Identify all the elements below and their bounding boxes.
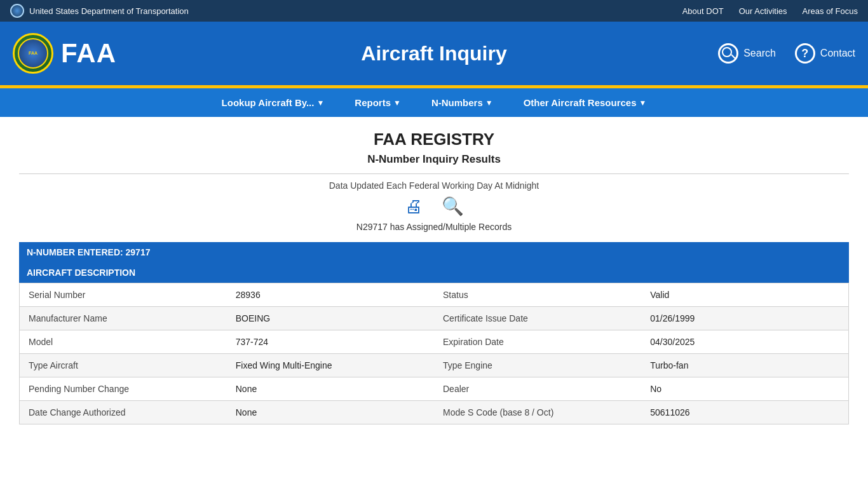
nav-lookup-label: Lookup Aircraft By... bbox=[222, 97, 315, 108]
faa-header: FAA FAA Aircraft Inquiry Search ? Contac… bbox=[0, 22, 868, 85]
field-value-4: 737-724 bbox=[227, 330, 434, 354]
faa-header-right: Search ? Contact bbox=[718, 43, 855, 64]
field-label-6: Type Aircraft bbox=[20, 354, 227, 377]
table-row: Type Aircraft Fixed Wing Multi-Engine Ty… bbox=[20, 354, 849, 377]
field-value-6: Fixed Wing Multi-Engine bbox=[227, 354, 434, 377]
about-dot-link[interactable]: About DOT bbox=[682, 6, 724, 16]
nav-other-resources[interactable]: Other Aircraft Resources ▼ bbox=[508, 88, 662, 117]
aircraft-description-header: AIRCRAFT DESCRIPTION bbox=[19, 262, 849, 283]
table-row: Date Change Authorized None Mode S Code … bbox=[20, 401, 849, 424]
contact-button[interactable]: ? Contact bbox=[795, 43, 855, 64]
field-label-4: Model bbox=[20, 330, 227, 354]
faa-header-title: Aircraft Inquiry bbox=[361, 42, 506, 65]
field-value-1: Valid bbox=[641, 283, 848, 307]
field-value-9: No bbox=[641, 377, 848, 401]
field-label-7: Type Engine bbox=[434, 354, 641, 377]
dot-seal bbox=[10, 4, 24, 18]
nnumber-section-header: N-NUMBER ENTERED: 29717 bbox=[19, 242, 849, 262]
nav-reports-label: Reports bbox=[355, 97, 391, 108]
nav-lookup-arrow: ▼ bbox=[316, 98, 324, 107]
search-results-icon[interactable]: 🔍 bbox=[442, 196, 464, 217]
field-label-1: Status bbox=[434, 283, 641, 307]
aircraft-data-table: Serial Number 28936 Status Valid Manufac… bbox=[19, 283, 849, 424]
faa-seal: FAA bbox=[13, 33, 53, 74]
areas-of-focus-link[interactable]: Areas of Focus bbox=[803, 6, 858, 16]
aircraft-description-label: AIRCRAFT DESCRIPTION bbox=[27, 268, 135, 278]
nav-nnumbers-arrow: ▼ bbox=[485, 98, 493, 107]
print-icon[interactable]: 🖨 bbox=[405, 196, 423, 217]
nnumber-entered-label: N-NUMBER ENTERED: 29717 bbox=[27, 247, 150, 257]
table-row: Manufacturer Name BOEING Certificate Iss… bbox=[20, 307, 849, 330]
search-circle bbox=[722, 47, 732, 57]
search-label: Search bbox=[743, 48, 776, 59]
title-divider bbox=[19, 173, 849, 174]
field-label-3: Certificate Issue Date bbox=[434, 307, 641, 330]
field-value-10: None bbox=[227, 401, 434, 424]
field-value-5: 04/30/2025 bbox=[641, 330, 848, 354]
dot-bar-links: About DOT Our Activities Areas of Focus bbox=[682, 6, 858, 16]
page-title: FAA REGISTRY bbox=[19, 130, 849, 149]
contact-label: Contact bbox=[820, 48, 855, 59]
field-label-11: Mode S Code (base 8 / Oct) bbox=[434, 401, 641, 424]
our-activities-link[interactable]: Our Activities bbox=[739, 6, 787, 16]
contact-icon: ? bbox=[795, 43, 815, 64]
faa-seal-inner: FAA bbox=[18, 38, 48, 69]
field-label-8: Pending Number Change bbox=[20, 377, 227, 401]
field-value-0: 28936 bbox=[227, 283, 434, 307]
table-row: Pending Number Change None Dealer No bbox=[20, 377, 849, 401]
faa-logo-area: FAA FAA bbox=[13, 33, 116, 74]
dot-bar: United States Department of Transportati… bbox=[0, 0, 868, 22]
field-value-3: 01/26/1999 bbox=[641, 307, 848, 330]
field-label-0: Serial Number bbox=[20, 283, 227, 307]
update-text: Data Updated Each Federal Working Day At… bbox=[19, 180, 849, 191]
nav-reports-arrow: ▼ bbox=[393, 98, 401, 107]
assigned-text: N29717 has Assigned/Multiple Records bbox=[19, 222, 849, 232]
field-value-8: None bbox=[227, 377, 434, 401]
search-button[interactable]: Search bbox=[718, 43, 776, 64]
nav-lookup[interactable]: Lookup Aircraft By... ▼ bbox=[207, 88, 340, 117]
nav-other-resources-arrow: ▼ bbox=[639, 98, 647, 107]
table-row: Model 737-724 Expiration Date 04/30/2025 bbox=[20, 330, 849, 354]
nav-nnumbers-label: N-Numbers bbox=[431, 97, 483, 108]
search-icon bbox=[718, 43, 738, 64]
field-label-2: Manufacturer Name bbox=[20, 307, 227, 330]
field-value-7: Turbo-fan bbox=[641, 354, 848, 377]
field-value-11: 50611026 bbox=[641, 401, 848, 424]
table-row: Serial Number 28936 Status Valid bbox=[20, 283, 849, 307]
dot-agency-name: United States Department of Transportati… bbox=[29, 6, 189, 16]
faa-seal-text: FAA bbox=[29, 51, 37, 56]
field-label-10: Date Change Authorized bbox=[20, 401, 227, 424]
main-content: FAA REGISTRY N-Number Inquiry Results Da… bbox=[0, 117, 868, 437]
field-label-9: Dealer bbox=[434, 377, 641, 401]
nav-reports[interactable]: Reports ▼ bbox=[339, 88, 416, 117]
nav-nnumbers[interactable]: N-Numbers ▼ bbox=[416, 88, 508, 117]
dot-bar-left: United States Department of Transportati… bbox=[10, 4, 189, 18]
field-value-2: BOEING bbox=[227, 307, 434, 330]
nav-other-resources-label: Other Aircraft Resources bbox=[524, 97, 637, 108]
page-subtitle: N-Number Inquiry Results bbox=[19, 153, 849, 166]
faa-abbreviation: FAA bbox=[61, 38, 116, 69]
field-label-5: Expiration Date bbox=[434, 330, 641, 354]
nav-bar: Lookup Aircraft By... ▼ Reports ▼ N-Numb… bbox=[0, 88, 868, 117]
icon-row: 🖨 🔍 bbox=[19, 196, 849, 217]
